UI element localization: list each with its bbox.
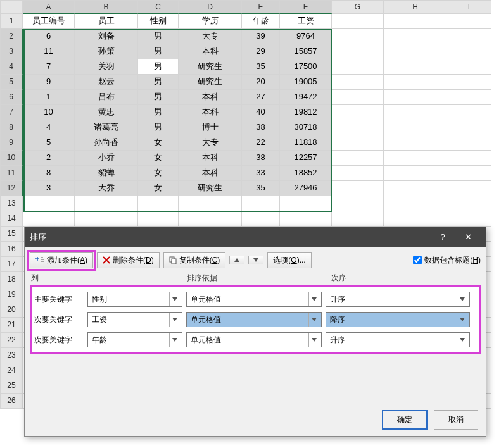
cell[interactable] [242, 211, 280, 227]
move-up-button[interactable] [229, 256, 244, 264]
cell[interactable]: 27 [242, 90, 280, 105]
cell[interactable] [384, 196, 447, 211]
cell[interactable] [447, 151, 491, 166]
cell[interactable]: 大专 [179, 135, 242, 151]
cell[interactable] [447, 29, 491, 44]
cell[interactable]: 男 [138, 90, 179, 105]
cell[interactable] [447, 59, 491, 75]
cell[interactable] [447, 120, 491, 135]
cell[interactable] [447, 196, 491, 211]
cell[interactable]: 6 [23, 29, 75, 44]
cell[interactable] [332, 196, 384, 211]
cell[interactable]: 孙策 [75, 44, 138, 59]
cell[interactable] [384, 181, 447, 196]
col-header-F[interactable]: F [280, 0, 332, 14]
col-header-H[interactable]: H [384, 0, 447, 14]
cell[interactable]: 本科 [179, 44, 242, 59]
row-header-20[interactable]: 20 [0, 302, 23, 318]
col-header-I[interactable]: I [447, 0, 491, 14]
cell[interactable] [280, 196, 332, 211]
cell[interactable]: 年龄 [242, 14, 280, 29]
cell[interactable]: 男 [138, 59, 179, 75]
cell[interactable]: 大专 [179, 29, 242, 44]
options-button[interactable]: 选项(O)... [267, 252, 311, 268]
cell[interactable] [384, 75, 447, 90]
cell[interactable] [447, 44, 491, 59]
cell[interactable] [384, 120, 447, 135]
cell[interactable] [242, 196, 280, 211]
cell[interactable]: 工资 [280, 14, 332, 29]
row-header-9[interactable]: 9 [0, 135, 23, 151]
cell[interactable] [332, 135, 384, 151]
row-header-19[interactable]: 19 [0, 287, 23, 302]
sort-basis-select[interactable]: 单元格值 [186, 312, 322, 327]
cell[interactable]: 29 [242, 44, 280, 59]
cell[interactable] [447, 75, 491, 90]
cell[interactable] [384, 166, 447, 181]
cell[interactable]: 研究生 [179, 181, 242, 196]
cell[interactable] [384, 105, 447, 120]
cell[interactable] [384, 90, 447, 105]
cell[interactable]: 本科 [179, 151, 242, 166]
help-button[interactable]: ? [430, 227, 455, 247]
cell[interactable] [447, 166, 491, 181]
cell[interactable] [447, 90, 491, 105]
cell[interactable]: 女 [138, 135, 179, 151]
cell[interactable]: 40 [242, 105, 280, 120]
row-header-18[interactable]: 18 [0, 272, 23, 287]
chevron-down-icon[interactable] [457, 313, 467, 327]
cell[interactable]: 男 [138, 75, 179, 90]
cell[interactable] [384, 151, 447, 166]
cell[interactable] [332, 181, 384, 196]
cell[interactable]: 黄忠 [75, 105, 138, 120]
close-button[interactable]: ✕ [455, 227, 481, 247]
row-header-3[interactable]: 3 [0, 44, 23, 59]
chevron-down-icon[interactable] [169, 313, 179, 327]
cell[interactable]: 11 [23, 44, 75, 59]
cell[interactable] [23, 196, 75, 211]
col-header-E[interactable]: E [242, 0, 280, 14]
cell[interactable]: 女 [138, 181, 179, 196]
col-header-B[interactable]: B [75, 0, 138, 14]
row-header-7[interactable]: 7 [0, 105, 23, 120]
cell[interactable] [384, 14, 447, 29]
cell[interactable] [332, 75, 384, 90]
select-all-corner[interactable] [0, 0, 23, 14]
cell[interactable]: 员工 [75, 14, 138, 29]
cell[interactable]: 4 [23, 120, 75, 135]
row-header-8[interactable]: 8 [0, 120, 23, 135]
cell[interactable] [179, 211, 242, 227]
cell[interactable]: 本科 [179, 90, 242, 105]
cell[interactable] [332, 90, 384, 105]
col-header-C[interactable]: C [138, 0, 179, 14]
cell[interactable] [23, 211, 75, 227]
cell[interactable]: 7 [23, 59, 75, 75]
cell[interactable]: 2 [23, 151, 75, 166]
cell[interactable]: 8 [23, 166, 75, 181]
cell[interactable]: 本科 [179, 166, 242, 181]
chevron-down-icon[interactable] [308, 313, 319, 327]
chevron-down-icon[interactable] [308, 292, 319, 306]
row-header-21[interactable]: 21 [0, 318, 23, 333]
cell[interactable]: 孙尚香 [75, 135, 138, 151]
cell[interactable]: 研究生 [179, 59, 242, 75]
sort-basis-select[interactable]: 单元格值 [186, 292, 322, 307]
cell[interactable] [332, 59, 384, 75]
row-header-1[interactable]: 1 [0, 14, 23, 29]
cell[interactable]: 39 [242, 29, 280, 44]
cell[interactable] [75, 211, 138, 227]
cell[interactable]: 诸葛亮 [75, 120, 138, 135]
cell[interactable]: 女 [138, 151, 179, 166]
cell[interactable]: 性别 [138, 14, 179, 29]
cell[interactable]: 18852 [280, 166, 332, 181]
cell[interactable] [447, 105, 491, 120]
row-header-4[interactable]: 4 [0, 59, 23, 75]
chevron-down-icon[interactable] [169, 292, 179, 306]
cell[interactable] [332, 211, 384, 227]
cell[interactable] [384, 135, 447, 151]
col-header-A[interactable]: A [23, 0, 75, 14]
cell[interactable]: 12257 [280, 151, 332, 166]
cell[interactable]: 9 [23, 75, 75, 90]
cell[interactable]: 17500 [280, 59, 332, 75]
ok-button[interactable]: 确定 [382, 410, 428, 430]
